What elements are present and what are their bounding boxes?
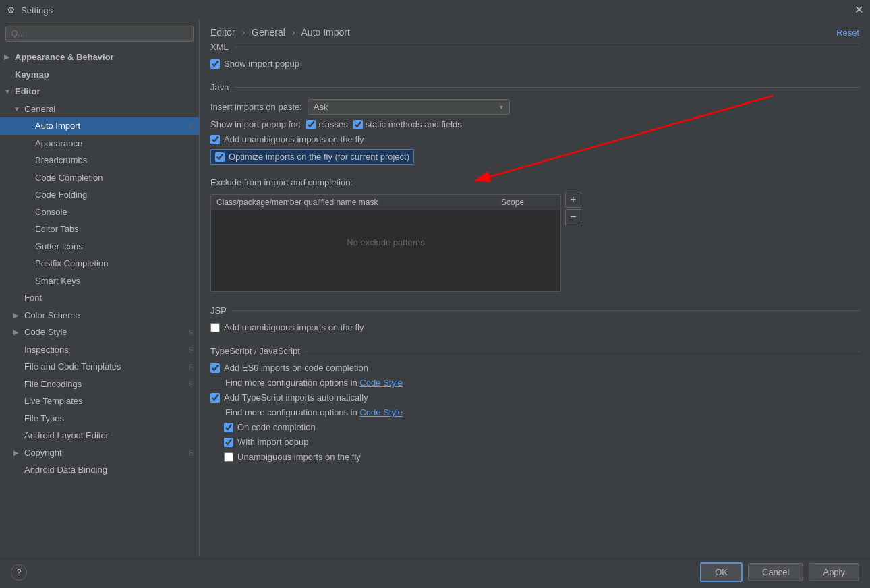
jsp-section: JSP Add unambiguous imports on the fly (210, 305, 859, 332)
sidebar-item-label: Android Data Binding (24, 463, 107, 477)
sidebar-item-file-types[interactable]: File Types (0, 410, 199, 428)
sidebar-item-color-scheme[interactable]: ▶ Color Scheme (0, 307, 199, 324)
sidebar-item-label: Postfix Completion (35, 257, 108, 270)
sidebar-item-code-folding[interactable]: Code Folding (0, 186, 199, 204)
on-code-completion-row: On code completion (210, 422, 859, 432)
sidebar-item-live-templates[interactable]: Live Templates (0, 392, 199, 410)
reset-button[interactable]: Reset (836, 28, 859, 38)
sidebar-item-label: Font (24, 291, 42, 305)
exclude-section: Exclude from import and completion: Clas… (210, 177, 859, 292)
es6-find-more-row: Find more configuration options in Code … (210, 378, 859, 388)
sidebar-tree: ▶ Appearance & Behavior Keymap ▼ Editor … (0, 47, 199, 556)
search-input[interactable] (11, 29, 187, 38)
bottom-bar-left: ? (11, 564, 27, 581)
show-import-popup-row: Show import popup (210, 59, 859, 69)
jsp-unambiguous-row: Add unambiguous imports on the fly (210, 322, 859, 332)
sidebar-item-label: Inspections (24, 343, 69, 357)
content-area: Editor › General › Auto Import Reset XML… (200, 20, 870, 556)
sidebar-item-keymap[interactable]: Keymap (0, 66, 199, 84)
add-unambiguous-row: Add unambiguous imports on the fly (210, 134, 859, 144)
ts-add-es6-label: Add ES6 imports on code completion (224, 363, 368, 373)
es6-find-more-text: Find more configuration options in (225, 378, 357, 388)
sidebar-item-font[interactable]: Font (0, 289, 199, 307)
sidebar-item-copyright[interactable]: ▶ Copyright ⎘ (0, 444, 199, 462)
content-body: XML Show import popup Java Insert import… (200, 42, 870, 486)
exclude-empty-message: No exclude patterns (347, 237, 425, 247)
es6-code-style-link[interactable]: Code Style (359, 378, 403, 388)
sidebar-item-breadcrumbs[interactable]: Breadcrumbs (0, 152, 199, 169)
arrow-icon: ▶ (13, 310, 22, 320)
ok-button[interactable]: OK (700, 562, 743, 582)
sidebar-item-android-layout-editor[interactable]: Android Layout Editor (0, 427, 199, 444)
bottom-bar: ? OK Cancel Apply (0, 556, 870, 588)
ts-code-style-link[interactable]: Code Style (359, 407, 403, 417)
exclude-col-name: Class/package/member qualified name mask (216, 198, 501, 207)
sidebar-item-label: Copyright (24, 446, 62, 460)
java-add-unambiguous-checkbox[interactable] (210, 135, 220, 144)
exclude-col-scope: Scope (501, 198, 555, 207)
arrow-icon: ▶ (13, 327, 22, 337)
sidebar-item-general[interactable]: ▼ General (0, 100, 199, 118)
sidebar-item-code-style[interactable]: ▶ Code Style ⎘ (0, 324, 199, 341)
sidebar-item-label: Live Templates (24, 394, 82, 408)
sidebar-item-label: File and Code Templates (24, 360, 121, 374)
ts-add-typescript-checkbox[interactable] (210, 393, 220, 403)
java-optimize-imports-checkbox[interactable] (215, 152, 225, 162)
arrow-icon: ▼ (13, 104, 22, 114)
ts-on-code-completion-label: On code completion (237, 422, 316, 432)
help-button[interactable]: ? (11, 564, 27, 581)
add-exclude-button[interactable]: + (565, 192, 581, 208)
remove-exclude-button[interactable]: − (565, 209, 581, 225)
sidebar-item-gutter-icons[interactable]: Gutter Icons (0, 238, 199, 256)
unambiguous-imports-row: Unambiguous imports on the fly (210, 452, 859, 462)
xml-show-import-popup-label: Show import popup (224, 59, 299, 69)
sidebar-item-smart-keys[interactable]: Smart Keys (0, 272, 199, 290)
sidebar-item-label: Keymap (15, 68, 49, 82)
search-box[interactable] (5, 26, 194, 42)
title-bar-text: Settings (21, 5, 849, 16)
close-button[interactable]: ✕ (854, 5, 863, 16)
exclude-table: Class/package/member qualified name mask… (210, 194, 561, 292)
sidebar: ▶ Appearance & Behavior Keymap ▼ Editor … (0, 20, 200, 556)
sidebar-item-editor[interactable]: ▼ Editor (0, 83, 199, 100)
sidebar-item-postfix-completion[interactable]: Postfix Completion (0, 255, 199, 272)
java-section: Java Insert imports on paste: Ask Always… (210, 82, 859, 292)
sidebar-item-file-code-templates[interactable]: File and Code Templates ⎘ (0, 358, 199, 376)
insert-imports-select[interactable]: Ask Always Never (308, 99, 510, 115)
copy-icon: ⎘ (189, 327, 194, 339)
breadcrumb-sep2: › (292, 27, 295, 38)
sidebar-item-auto-import[interactable]: Auto Import ⎘ (0, 117, 199, 135)
sidebar-item-label: Editor (15, 85, 40, 98)
sidebar-item-code-completion[interactable]: Code Completion (0, 169, 199, 187)
sidebar-item-label: Auto Import (35, 119, 80, 133)
sidebar-item-label: File Encodings (24, 378, 82, 391)
java-static-label: static methods and fields (366, 119, 462, 129)
java-section-header: Java (210, 82, 859, 92)
ts-on-code-completion-checkbox[interactable] (224, 423, 233, 432)
java-static-checkbox[interactable] (353, 120, 363, 129)
add-typescript-row: Add TypeScript imports automatically (210, 392, 859, 403)
java-classes-checkbox[interactable] (306, 120, 316, 129)
content-body-wrapper: XML Show import popup Java Insert import… (200, 42, 870, 556)
sidebar-item-appearance[interactable]: Appearance (0, 135, 199, 152)
sidebar-item-appearance-behavior[interactable]: ▶ Appearance & Behavior (0, 49, 199, 66)
sidebar-item-editor-tabs[interactable]: Editor Tabs (0, 220, 199, 238)
sidebar-item-label: Code Style (24, 326, 67, 339)
sidebar-item-console[interactable]: Console (0, 204, 199, 221)
typescript-section: TypeScript / JavaScript Add ES6 imports … (210, 346, 859, 462)
ts-unambiguous-checkbox[interactable] (224, 452, 233, 462)
breadcrumb-editor: Editor (210, 27, 235, 38)
sidebar-item-inspections[interactable]: Inspections ⎘ (0, 341, 199, 359)
cancel-button[interactable]: Cancel (748, 563, 803, 581)
apply-button[interactable]: Apply (809, 563, 859, 581)
ts-add-es6-checkbox[interactable] (210, 363, 220, 373)
jsp-unambiguous-checkbox[interactable] (210, 323, 220, 332)
ts-with-import-popup-label: With import popup (237, 437, 309, 447)
java-optimize-imports-label: Optimize imports on the fly (for current… (229, 152, 409, 162)
java-classes-label: classes (318, 119, 347, 129)
ts-with-import-popup-checkbox[interactable] (224, 438, 233, 447)
sidebar-item-file-encodings[interactable]: File Encodings ⎘ (0, 376, 199, 393)
ts-find-more-text: Find more configuration options in (225, 407, 357, 417)
xml-show-import-popup-checkbox[interactable] (210, 59, 220, 69)
sidebar-item-android-data-binding[interactable]: Android Data Binding (0, 461, 199, 479)
